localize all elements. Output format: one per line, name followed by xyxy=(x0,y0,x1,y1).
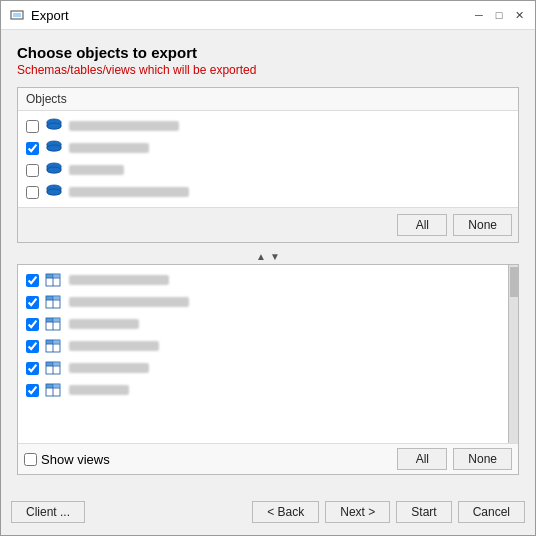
svg-rect-38 xyxy=(46,384,53,388)
back-button[interactable]: < Back xyxy=(252,501,319,523)
tables-scrollbar[interactable] xyxy=(508,265,518,443)
svg-rect-1 xyxy=(13,13,21,17)
table-checkbox-5[interactable] xyxy=(26,362,39,375)
show-views-text: Show views xyxy=(41,452,110,467)
window-title: Export xyxy=(31,8,471,23)
table-icon xyxy=(45,272,65,288)
page-title: Choose objects to export xyxy=(17,44,519,61)
item-text-3 xyxy=(69,165,124,175)
table-icon xyxy=(45,360,65,376)
tables-panel-footer: Show views All None xyxy=(18,443,518,474)
db-icon xyxy=(45,140,65,156)
list-item xyxy=(18,379,508,401)
list-item xyxy=(18,335,508,357)
svg-point-5 xyxy=(47,145,61,151)
table-text-1 xyxy=(69,275,169,285)
window-controls: ─ □ ✕ xyxy=(471,7,527,23)
tables-none-button[interactable]: None xyxy=(453,448,512,470)
table-text-6 xyxy=(69,385,129,395)
table-checkbox-2[interactable] xyxy=(26,296,39,309)
db-icon xyxy=(45,118,65,134)
item-checkbox-2[interactable] xyxy=(26,142,39,155)
table-icon xyxy=(45,294,65,310)
close-button[interactable]: ✕ xyxy=(511,7,527,23)
objects-panel: Objects xyxy=(17,87,519,243)
svg-point-3 xyxy=(47,123,61,129)
item-checkbox-1[interactable] xyxy=(26,120,39,133)
scrollbar-thumb xyxy=(510,267,518,297)
table-icon xyxy=(45,316,65,332)
item-checkbox-3[interactable] xyxy=(26,164,39,177)
tables-panel: Show views All None xyxy=(17,264,519,475)
list-item xyxy=(18,269,508,291)
client-button[interactable]: Client ... xyxy=(11,501,85,523)
table-checkbox-6[interactable] xyxy=(26,384,39,397)
table-checkbox-4[interactable] xyxy=(26,340,39,353)
show-views-checkbox[interactable] xyxy=(24,453,37,466)
svg-rect-39 xyxy=(53,384,60,388)
list-item xyxy=(18,357,508,379)
svg-rect-14 xyxy=(53,274,60,278)
footer-buttons: Client ... < Back Next > Start Cancel xyxy=(1,491,535,535)
page-subtitle: Schemas/tables/views which will be expor… xyxy=(17,63,519,77)
table-text-3 xyxy=(69,319,139,329)
maximize-button[interactable]: □ xyxy=(491,7,507,23)
svg-rect-18 xyxy=(46,296,53,300)
svg-point-7 xyxy=(47,167,61,173)
item-checkbox-4[interactable] xyxy=(26,186,39,199)
tables-list xyxy=(18,265,508,443)
item-text-1 xyxy=(69,121,179,131)
db-icon xyxy=(45,184,65,200)
objects-panel-buttons: All None xyxy=(18,207,518,242)
next-button[interactable]: Next > xyxy=(325,501,390,523)
table-text-5 xyxy=(69,363,149,373)
list-item xyxy=(18,291,508,313)
title-bar: Export ─ □ ✕ xyxy=(1,1,535,30)
table-icon xyxy=(45,382,65,398)
cancel-button[interactable]: Cancel xyxy=(458,501,525,523)
item-text-4 xyxy=(69,187,189,197)
item-text-2 xyxy=(69,143,149,153)
separator-arrows: ▲ ▼ xyxy=(17,249,519,264)
svg-rect-29 xyxy=(53,340,60,344)
list-item xyxy=(18,181,518,203)
table-text-4 xyxy=(69,341,159,351)
start-button[interactable]: Start xyxy=(396,501,451,523)
objects-all-button[interactable]: All xyxy=(397,214,447,236)
export-window: Export ─ □ ✕ Choose objects to export Sc… xyxy=(0,0,536,536)
show-views-label[interactable]: Show views xyxy=(24,452,397,467)
arrow-up-icon: ▲ xyxy=(256,251,266,262)
svg-rect-19 xyxy=(53,296,60,300)
table-icon xyxy=(45,338,65,354)
table-checkbox-1[interactable] xyxy=(26,274,39,287)
svg-rect-33 xyxy=(46,362,53,366)
main-content: Choose objects to export Schemas/tables/… xyxy=(1,30,535,491)
svg-rect-28 xyxy=(46,340,53,344)
svg-point-9 xyxy=(47,189,61,195)
minimize-button[interactable]: ─ xyxy=(471,7,487,23)
svg-rect-24 xyxy=(53,318,60,322)
db-icon xyxy=(45,162,65,178)
objects-list xyxy=(18,111,518,207)
arrow-down-icon: ▼ xyxy=(270,251,280,262)
objects-none-button[interactable]: None xyxy=(453,214,512,236)
svg-rect-34 xyxy=(53,362,60,366)
list-item xyxy=(18,313,508,335)
tables-all-button[interactable]: All xyxy=(397,448,447,470)
table-text-2 xyxy=(69,297,189,307)
list-item xyxy=(18,115,518,137)
list-item xyxy=(18,137,518,159)
table-checkbox-3[interactable] xyxy=(26,318,39,331)
list-item xyxy=(18,159,518,181)
svg-rect-23 xyxy=(46,318,53,322)
svg-rect-13 xyxy=(46,274,53,278)
objects-panel-header: Objects xyxy=(18,88,518,111)
window-icon xyxy=(9,7,25,23)
